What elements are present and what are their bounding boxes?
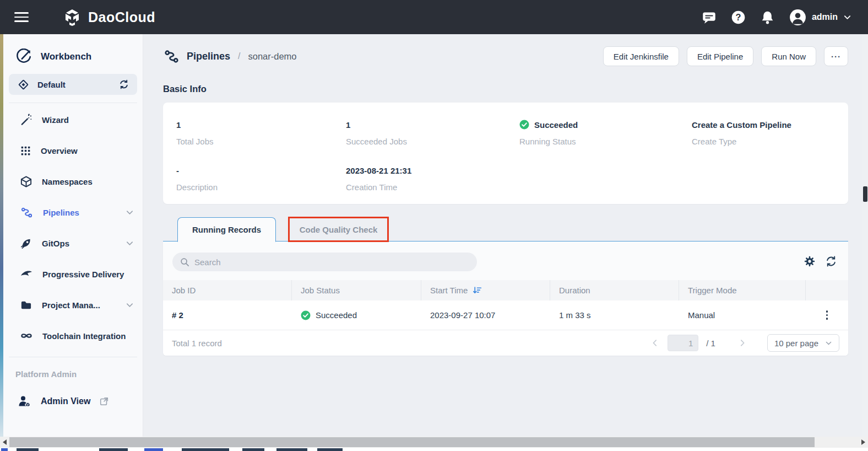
sidebar-workspace-selector[interactable]: Default xyxy=(9,74,137,95)
avatar xyxy=(789,9,806,26)
scroll-left-arrow[interactable] xyxy=(0,437,9,448)
more-actions-button[interactable]: ··· xyxy=(824,46,848,66)
sidebar-item-admin-view[interactable]: Admin View xyxy=(18,394,143,409)
cell-start-time: 2023-09-27 10:07 xyxy=(421,310,550,320)
sidebar-item-overview[interactable]: Overview xyxy=(3,135,143,166)
success-check-icon xyxy=(301,310,311,320)
platform-admin-section-label: Platform Admin xyxy=(15,369,143,379)
scroll-right-arrow[interactable] xyxy=(859,437,868,448)
admin-view-label: Admin View xyxy=(41,396,90,406)
sidebar-workbench[interactable]: Workbench xyxy=(15,49,143,65)
page-total-text: / 1 xyxy=(706,339,715,348)
basic-info-title: Basic Info xyxy=(163,84,207,94)
svg-text:?: ? xyxy=(735,12,741,22)
sidebar-item-project-management[interactable]: Project Mana... xyxy=(3,289,143,320)
notifications-bell-icon[interactable] xyxy=(760,10,775,25)
folder-icon xyxy=(20,299,32,312)
pipeline-icon xyxy=(20,206,34,219)
horizontal-scrollbar-thumb[interactable] xyxy=(9,437,815,447)
field-running-status: Succeeded Running Status xyxy=(519,119,692,146)
cube-icon xyxy=(20,175,32,188)
chevron-down-icon xyxy=(126,239,134,248)
sort-descending-icon[interactable] xyxy=(473,286,482,295)
table-tools xyxy=(804,255,837,267)
sidebar-item-wizard[interactable]: Wizard xyxy=(3,104,143,135)
basic-info-card: 1 Total Jobs 1 Succeeded Jobs Succeeded … xyxy=(163,103,848,204)
main-content: Pipelines / sonar-demo Edit Jenkinsfile … xyxy=(143,34,862,437)
sidebar-item-toolchain-integration[interactable]: Toolchain Integration xyxy=(3,320,143,351)
rocket-icon xyxy=(20,237,32,250)
user-menu[interactable]: admin xyxy=(789,9,851,26)
sidebar-item-pipelines[interactable]: Pipelines xyxy=(3,197,143,228)
sidebar-item-namespaces[interactable]: Namespaces xyxy=(3,166,143,197)
field-description: - Description xyxy=(176,165,346,192)
edit-pipeline-button[interactable]: Edit Pipeline xyxy=(687,46,753,66)
cell-job-status: Succeeded xyxy=(292,310,421,320)
sidebar-menu: Wizard Overview Names xyxy=(3,104,143,351)
table-footer: Total 1 record / 1 10 per page xyxy=(163,330,848,356)
previous-page-icon[interactable] xyxy=(650,338,660,348)
column-job-id[interactable]: Job ID xyxy=(163,280,292,300)
switch-workspace-icon[interactable] xyxy=(118,79,129,90)
sidebar-item-progressive-delivery[interactable]: Progressive Delivery xyxy=(3,259,143,289)
workbench-icon xyxy=(15,49,32,65)
cell-trigger-mode: Manual xyxy=(679,310,806,320)
brand[interactable]: DaoCloud xyxy=(63,8,155,26)
vertical-scrollbar[interactable] xyxy=(862,34,868,437)
column-actions xyxy=(806,280,848,300)
edit-jenkinsfile-button[interactable]: Edit Jenkinsfile xyxy=(603,46,679,66)
workspace-icon xyxy=(18,79,29,90)
sidebar: Workbench Default xyxy=(3,34,143,437)
chevron-down-icon xyxy=(825,340,832,347)
tab-running-records[interactable]: Running Records xyxy=(177,217,276,242)
field-create-type: Create a Custom Pipeline Create Type xyxy=(692,119,848,146)
gear-icon[interactable] xyxy=(804,255,816,267)
pagination: / 1 10 per page xyxy=(650,334,839,352)
header-actions: Edit Jenkinsfile Edit Pipeline Run Now ·… xyxy=(603,46,848,66)
table-header: Job ID Job Status Start Time Duration Tr… xyxy=(163,280,848,300)
column-duration[interactable]: Duration xyxy=(550,280,679,300)
cell-duration: 1 m 33 s xyxy=(550,310,679,320)
field-total-jobs: 1 Total Jobs xyxy=(176,119,346,146)
column-job-status[interactable]: Job Status xyxy=(292,280,421,300)
sidebar-item-gitops[interactable]: GitOps xyxy=(3,228,143,259)
column-trigger-mode[interactable]: Trigger Mode xyxy=(679,280,806,300)
daocloud-pipeline-detail-screen: { "header": { "brand": "DaoCloud", "user… xyxy=(0,0,868,451)
menu-icon[interactable] xyxy=(14,9,29,25)
clipped-content-strip xyxy=(0,448,868,451)
chevron-down-icon xyxy=(126,208,134,217)
bird-icon xyxy=(20,267,33,281)
username: admin xyxy=(812,12,838,22)
search-box[interactable] xyxy=(172,253,477,271)
chevron-down-icon xyxy=(843,13,851,22)
breadcrumb-current: sonar-demo xyxy=(248,51,296,62)
search-input[interactable] xyxy=(194,257,469,267)
next-page-icon[interactable] xyxy=(737,338,747,348)
infinity-icon xyxy=(20,329,33,342)
field-creation-time: 2023-08-21 21:31 Creation Time xyxy=(346,165,519,192)
page-size-select[interactable]: 10 per page xyxy=(767,334,839,352)
tab-code-quality-check[interactable]: Code Quality Check xyxy=(300,225,378,234)
topbar-right: ? admin xyxy=(702,9,868,26)
page-number-input[interactable] xyxy=(668,335,698,351)
refresh-icon[interactable] xyxy=(825,255,837,267)
messages-icon[interactable] xyxy=(702,10,717,25)
pipeline-icon xyxy=(163,48,180,65)
breadcrumb-root[interactable]: Pipelines xyxy=(187,51,230,62)
horizontal-scrollbar[interactable] xyxy=(0,437,868,448)
table-row[interactable]: # 2 Succeeded 2023-09-27 10:07 1 m 33 s … xyxy=(163,300,848,330)
cell-job-id[interactable]: # 2 xyxy=(163,310,292,320)
column-start-time[interactable]: Start Time xyxy=(421,280,550,300)
workbench-label: Workbench xyxy=(41,51,91,62)
cell-actions xyxy=(806,308,848,322)
vertical-scrollbar-thumb[interactable] xyxy=(863,186,867,202)
row-menu-icon[interactable] xyxy=(824,308,831,322)
chevron-down-icon xyxy=(126,301,134,309)
run-now-button[interactable]: Run Now xyxy=(761,46,816,66)
external-link-icon xyxy=(99,396,109,406)
sidebar-divider xyxy=(9,103,137,103)
help-icon[interactable]: ? xyxy=(731,10,746,25)
search-row xyxy=(163,241,848,280)
admin-user-icon xyxy=(18,394,32,409)
wand-icon xyxy=(20,114,32,126)
